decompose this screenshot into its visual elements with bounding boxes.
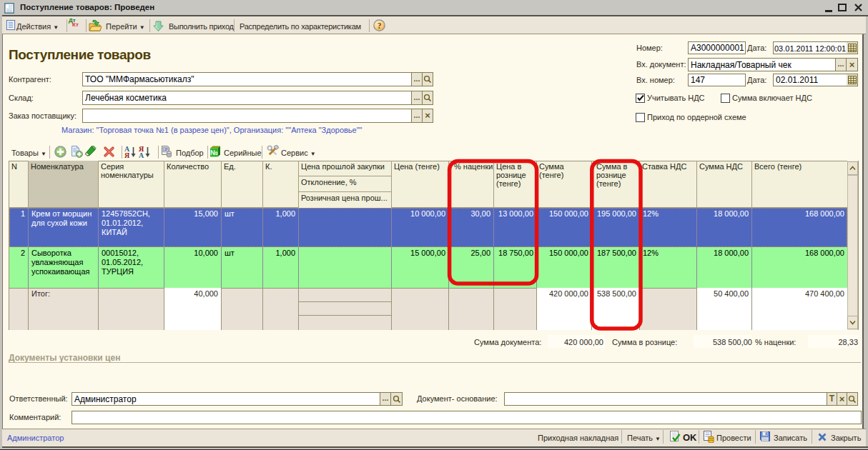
svg-text:А: А	[139, 151, 144, 159]
svg-text:?: ?	[378, 21, 382, 30]
svg-text:Я: Я	[124, 151, 130, 159]
svg-text:№: №	[210, 149, 218, 156]
